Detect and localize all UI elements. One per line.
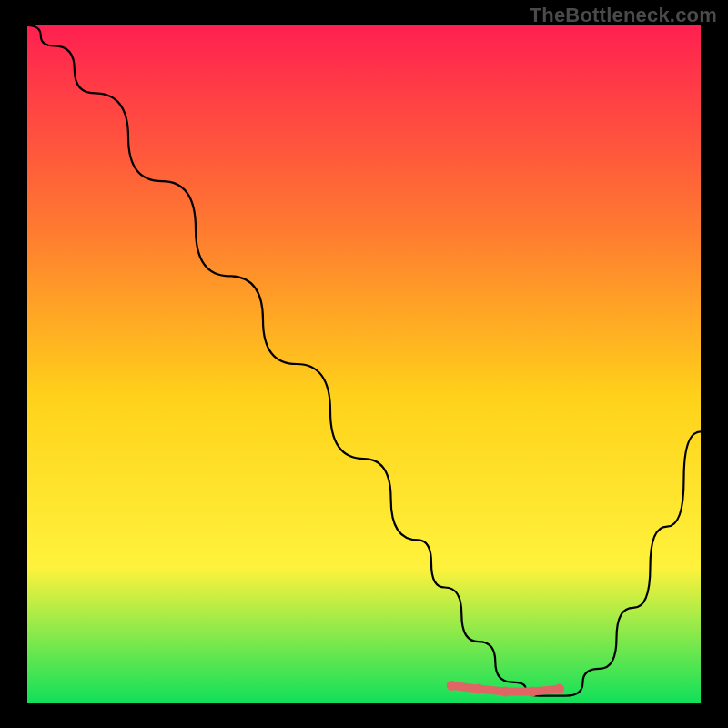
- optimal-range-dot: [554, 684, 564, 694]
- chart-frame: TheBottleneck.com: [0, 0, 728, 728]
- optimal-range-dot: [473, 684, 483, 694]
- plot-area: [27, 25, 701, 703]
- watermark-label: TheBottleneck.com: [530, 4, 717, 27]
- bottleneck-chart: [27, 25, 701, 703]
- optimal-range-dot: [500, 687, 511, 697]
- optimal-range-dot: [528, 687, 538, 697]
- optimal-range-dot: [447, 681, 457, 691]
